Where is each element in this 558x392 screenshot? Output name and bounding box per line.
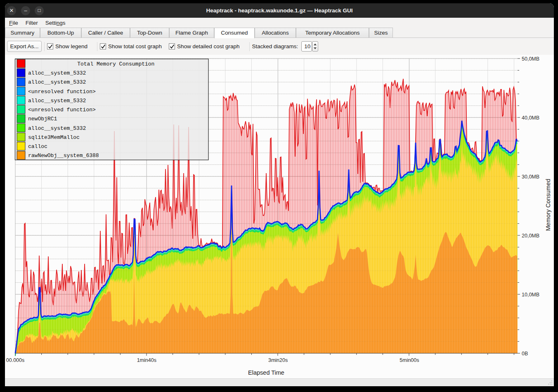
svg-text:alloc__system_5332: alloc__system_5332 <box>28 98 86 104</box>
svg-text:3min20s: 3min20s <box>268 357 288 363</box>
svg-text:30,0MB: 30,0MB <box>522 174 539 180</box>
svg-text:newObjRC1: newObjRC1 <box>28 116 57 122</box>
svg-text:0B: 0B <box>522 351 528 357</box>
svg-text:rawNewObj__system_6388: rawNewObj__system_6388 <box>28 153 99 159</box>
svg-text:Elapsed Time: Elapsed Time <box>248 369 284 376</box>
svg-text:20,0MB: 20,0MB <box>522 233 539 239</box>
svg-text:alloc__system_5332: alloc__system_5332 <box>28 79 86 85</box>
svg-text:50,0MB: 50,0MB <box>522 56 539 62</box>
svg-text:Total Memory Consumption: Total Memory Consumption <box>77 61 154 67</box>
svg-text:<unresolved function>: <unresolved function> <box>28 89 96 95</box>
svg-text:<unresolved function>: <unresolved function> <box>28 107 96 113</box>
svg-text:5min00s: 5min00s <box>400 357 419 363</box>
svg-text:Memory Consumed: Memory Consumed <box>545 179 551 231</box>
svg-text:1min40s: 1min40s <box>137 357 156 363</box>
svg-text:calloc: calloc <box>28 143 47 150</box>
svg-text:00.000s: 00.000s <box>6 357 24 363</box>
svg-text:sqlite3MemMalloc: sqlite3MemMalloc <box>28 134 80 141</box>
svg-text:40,0MB: 40,0MB <box>522 115 539 121</box>
svg-text:10,0MB: 10,0MB <box>522 292 539 298</box>
svg-text:alloc__system_5332: alloc__system_5332 <box>28 125 86 131</box>
svg-text:alloc__system_5332: alloc__system_5332 <box>28 70 86 76</box>
